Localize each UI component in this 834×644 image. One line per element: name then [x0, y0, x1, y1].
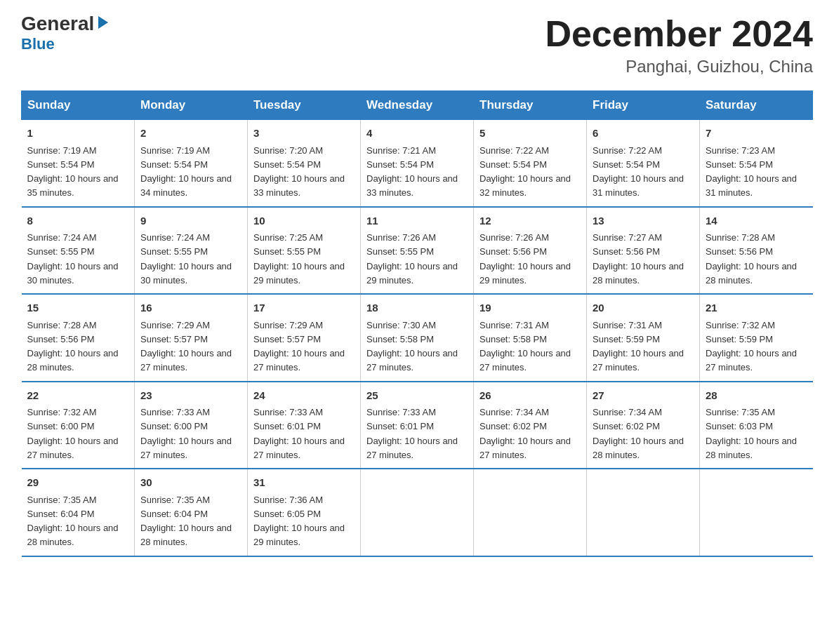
- cell-content: Sunrise: 7:24 AMSunset: 5:55 PMDaylight:…: [27, 232, 119, 286]
- day-number: 27: [593, 388, 694, 404]
- day-number: 20: [593, 300, 694, 316]
- calendar-cell: 11 Sunrise: 7:26 AMSunset: 5:55 PMDaylig…: [361, 207, 474, 295]
- logo-text-general: General: [21, 14, 94, 34]
- calendar-cell: 8 Sunrise: 7:24 AMSunset: 5:55 PMDayligh…: [22, 207, 135, 295]
- calendar-cell: [361, 469, 474, 556]
- calendar-cell: 31 Sunrise: 7:36 AMSunset: 6:05 PMDaylig…: [248, 469, 361, 556]
- calendar-cell: 26 Sunrise: 7:34 AMSunset: 6:02 PMDaylig…: [474, 382, 587, 469]
- calendar-cell: [700, 469, 813, 556]
- day-number: 25: [366, 388, 468, 404]
- cell-content: Sunrise: 7:26 AMSunset: 5:55 PMDaylight:…: [366, 232, 458, 286]
- day-number: 8: [27, 213, 129, 229]
- calendar-cell: [474, 469, 587, 556]
- cell-content: Sunrise: 7:28 AMSunset: 5:56 PMDaylight:…: [706, 232, 797, 286]
- header-sunday: Sunday: [22, 91, 135, 120]
- cell-content: Sunrise: 7:29 AMSunset: 5:57 PMDaylight:…: [253, 320, 345, 373]
- calendar-week-row: 15 Sunrise: 7:28 AMSunset: 5:56 PMDaylig…: [22, 294, 813, 382]
- calendar-cell: 3 Sunrise: 7:20 AMSunset: 5:54 PMDayligh…: [248, 120, 361, 207]
- calendar-cell: 14 Sunrise: 7:28 AMSunset: 5:56 PMDaylig…: [700, 207, 813, 295]
- calendar-cell: 15 Sunrise: 7:28 AMSunset: 5:56 PMDaylig…: [22, 294, 135, 382]
- cell-content: Sunrise: 7:26 AMSunset: 5:56 PMDaylight:…: [479, 232, 571, 286]
- header-friday: Friday: [587, 91, 700, 120]
- page-title: December 2024: [545, 14, 813, 54]
- calendar-cell: 18 Sunrise: 7:30 AMSunset: 5:58 PMDaylig…: [361, 294, 474, 382]
- cell-content: Sunrise: 7:22 AMSunset: 5:54 PMDaylight:…: [593, 145, 684, 199]
- day-number: 14: [706, 213, 807, 229]
- cell-content: Sunrise: 7:34 AMSunset: 6:02 PMDaylight:…: [479, 407, 571, 460]
- calendar-cell: 12 Sunrise: 7:26 AMSunset: 5:56 PMDaylig…: [474, 207, 587, 295]
- day-number: 6: [593, 126, 694, 142]
- header-monday: Monday: [135, 91, 248, 120]
- calendar-cell: 2 Sunrise: 7:19 AMSunset: 5:54 PMDayligh…: [135, 120, 248, 207]
- header-tuesday: Tuesday: [248, 91, 361, 120]
- calendar-cell: 27 Sunrise: 7:34 AMSunset: 6:02 PMDaylig…: [587, 382, 700, 469]
- cell-content: Sunrise: 7:31 AMSunset: 5:58 PMDaylight:…: [479, 320, 571, 373]
- cell-content: Sunrise: 7:24 AMSunset: 5:55 PMDaylight:…: [140, 232, 232, 286]
- cell-content: Sunrise: 7:34 AMSunset: 6:02 PMDaylight:…: [593, 407, 684, 460]
- day-number: 4: [366, 126, 468, 142]
- day-number: 1: [27, 126, 129, 142]
- calendar-table: SundayMondayTuesdayWednesdayThursdayFrid…: [21, 90, 813, 557]
- calendar-cell: 24 Sunrise: 7:33 AMSunset: 6:01 PMDaylig…: [248, 382, 361, 469]
- header-saturday: Saturday: [700, 91, 813, 120]
- calendar-cell: 17 Sunrise: 7:29 AMSunset: 5:57 PMDaylig…: [248, 294, 361, 382]
- calendar-cell: 4 Sunrise: 7:21 AMSunset: 5:54 PMDayligh…: [361, 120, 474, 207]
- day-number: 23: [140, 388, 241, 404]
- cell-content: Sunrise: 7:25 AMSunset: 5:55 PMDaylight:…: [253, 232, 345, 286]
- day-number: 18: [366, 300, 468, 316]
- title-block: December 2024 Panghai, Guizhou, China: [545, 14, 813, 76]
- day-number: 29: [27, 475, 129, 491]
- calendar-cell: 21 Sunrise: 7:32 AMSunset: 5:59 PMDaylig…: [700, 294, 813, 382]
- day-number: 21: [706, 300, 807, 316]
- cell-content: Sunrise: 7:35 AMSunset: 6:04 PMDaylight:…: [140, 495, 232, 548]
- day-number: 15: [27, 300, 129, 316]
- calendar-cell: 6 Sunrise: 7:22 AMSunset: 5:54 PMDayligh…: [587, 120, 700, 207]
- cell-content: Sunrise: 7:35 AMSunset: 6:03 PMDaylight:…: [706, 407, 797, 460]
- day-number: 31: [253, 475, 355, 491]
- calendar-cell: 23 Sunrise: 7:33 AMSunset: 6:00 PMDaylig…: [135, 382, 248, 469]
- day-number: 19: [479, 300, 581, 316]
- calendar-cell: 9 Sunrise: 7:24 AMSunset: 5:55 PMDayligh…: [135, 207, 248, 295]
- calendar-cell: 19 Sunrise: 7:31 AMSunset: 5:58 PMDaylig…: [474, 294, 587, 382]
- day-number: 26: [479, 388, 581, 404]
- day-number: 3: [253, 126, 355, 142]
- calendar-cell: 1 Sunrise: 7:19 AMSunset: 5:54 PMDayligh…: [22, 120, 135, 207]
- cell-content: Sunrise: 7:36 AMSunset: 6:05 PMDaylight:…: [253, 495, 345, 548]
- day-number: 17: [253, 300, 355, 316]
- header-thursday: Thursday: [474, 91, 587, 120]
- day-number: 22: [27, 388, 129, 404]
- logo-arrow-icon: [95, 15, 111, 30]
- day-number: 16: [140, 300, 241, 316]
- calendar-cell: 5 Sunrise: 7:22 AMSunset: 5:54 PMDayligh…: [474, 120, 587, 207]
- cell-content: Sunrise: 7:33 AMSunset: 6:01 PMDaylight:…: [366, 407, 458, 460]
- header-wednesday: Wednesday: [361, 91, 474, 120]
- day-number: 13: [593, 213, 694, 229]
- cell-content: Sunrise: 7:19 AMSunset: 5:54 PMDaylight:…: [140, 145, 232, 199]
- calendar-cell: [587, 469, 700, 556]
- page-header: General Blue December 2024 Panghai, Guiz…: [21, 14, 813, 76]
- day-number: 7: [706, 126, 807, 142]
- calendar-week-row: 1 Sunrise: 7:19 AMSunset: 5:54 PMDayligh…: [22, 120, 813, 207]
- calendar-cell: 13 Sunrise: 7:27 AMSunset: 5:56 PMDaylig…: [587, 207, 700, 295]
- day-number: 12: [479, 213, 581, 229]
- cell-content: Sunrise: 7:22 AMSunset: 5:54 PMDaylight:…: [479, 145, 571, 199]
- calendar-header-row: SundayMondayTuesdayWednesdayThursdayFrid…: [22, 91, 813, 120]
- cell-content: Sunrise: 7:29 AMSunset: 5:57 PMDaylight:…: [140, 320, 232, 373]
- cell-content: Sunrise: 7:31 AMSunset: 5:59 PMDaylight:…: [593, 320, 684, 373]
- calendar-cell: 22 Sunrise: 7:32 AMSunset: 6:00 PMDaylig…: [22, 382, 135, 469]
- calendar-week-row: 22 Sunrise: 7:32 AMSunset: 6:00 PMDaylig…: [22, 382, 813, 469]
- day-number: 10: [253, 213, 355, 229]
- calendar-cell: 20 Sunrise: 7:31 AMSunset: 5:59 PMDaylig…: [587, 294, 700, 382]
- cell-content: Sunrise: 7:21 AMSunset: 5:54 PMDaylight:…: [366, 145, 458, 199]
- calendar-cell: 25 Sunrise: 7:33 AMSunset: 6:01 PMDaylig…: [361, 382, 474, 469]
- cell-content: Sunrise: 7:19 AMSunset: 5:54 PMDaylight:…: [27, 145, 119, 199]
- calendar-cell: 16 Sunrise: 7:29 AMSunset: 5:57 PMDaylig…: [135, 294, 248, 382]
- calendar-cell: 29 Sunrise: 7:35 AMSunset: 6:04 PMDaylig…: [22, 469, 135, 556]
- calendar-cell: 7 Sunrise: 7:23 AMSunset: 5:54 PMDayligh…: [700, 120, 813, 207]
- calendar-cell: 28 Sunrise: 7:35 AMSunset: 6:03 PMDaylig…: [700, 382, 813, 469]
- logo: General Blue: [21, 14, 111, 53]
- cell-content: Sunrise: 7:33 AMSunset: 6:00 PMDaylight:…: [140, 407, 232, 460]
- day-number: 5: [479, 126, 581, 142]
- day-number: 11: [366, 213, 468, 229]
- logo-text-blue: Blue: [21, 35, 55, 53]
